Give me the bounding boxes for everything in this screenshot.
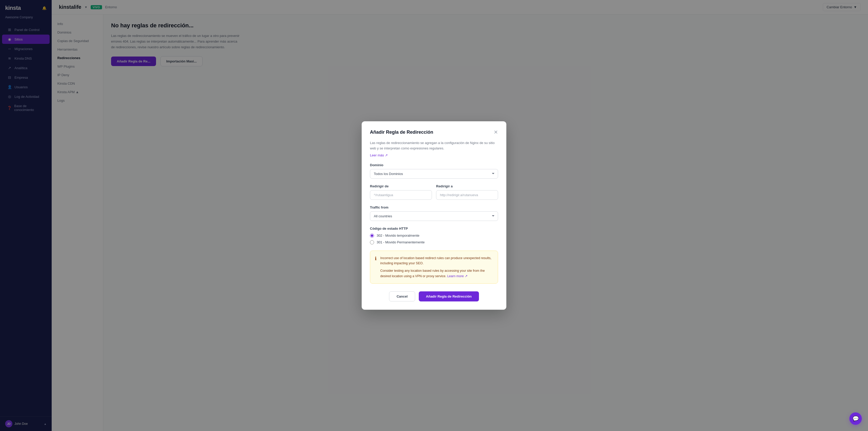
radio-302-input[interactable] bbox=[370, 234, 374, 238]
redirect-from-label: Redirigir de bbox=[370, 184, 432, 188]
modal-footer: Cancel Añadir Regla de Redirección bbox=[370, 291, 498, 301]
http-code-label: Código de estado HTTP bbox=[370, 227, 498, 230]
add-redirect-modal: Añadir Regla de Redirección ✕ Las reglas… bbox=[362, 121, 506, 310]
radio-301-item[interactable]: 301 - Movido Permanentemente bbox=[370, 240, 498, 244]
warning-text-1: Incorrect use of location based redirect… bbox=[380, 256, 493, 266]
http-code-section: Código de estado HTTP 302 - Movido tempo… bbox=[370, 227, 498, 244]
learn-more-link[interactable]: Learn more ↗ bbox=[447, 274, 467, 278]
warning-text-2: Consider testing any location based rule… bbox=[380, 268, 493, 279]
redirect-to-label: Redirigir a bbox=[436, 184, 498, 188]
modal-overlay: Añadir Regla de Redirección ✕ Las reglas… bbox=[0, 0, 868, 431]
modal-header: Añadir Regla de Redirección ✕ bbox=[370, 130, 498, 135]
radio-301-label: 301 - Movido Permanentemente bbox=[377, 240, 425, 244]
domain-section: Dominio Todos los Dominios bbox=[370, 163, 498, 178]
info-icon: ℹ bbox=[375, 256, 377, 279]
modal-description: Las reglas de redireccionamiento se agre… bbox=[370, 140, 498, 151]
modal-close-button[interactable]: ✕ bbox=[494, 130, 498, 135]
traffic-select[interactable]: All countries bbox=[370, 211, 498, 221]
warning-box: ℹ Incorrect use of location based redire… bbox=[370, 251, 498, 284]
redirect-fields-row: Redirigir de Redirigir a bbox=[370, 184, 498, 200]
warning-text: Incorrect use of location based redirect… bbox=[380, 256, 493, 279]
radio-302-item[interactable]: 302 - Movido temporalmente bbox=[370, 234, 498, 238]
radio-302-label: 302 - Movido temporalmente bbox=[377, 234, 419, 237]
redirect-from-col: Redirigir de bbox=[370, 184, 432, 200]
chat-bubble-button[interactable]: 💬 bbox=[849, 412, 862, 425]
radio-301-input[interactable] bbox=[370, 240, 374, 244]
redirect-to-input[interactable] bbox=[436, 190, 498, 200]
traffic-label: Traffic from bbox=[370, 205, 498, 209]
traffic-section: Traffic from All countries bbox=[370, 205, 498, 221]
domain-select[interactable]: Todos los Dominios bbox=[370, 169, 498, 178]
modal-title: Añadir Regla de Redirección bbox=[370, 130, 433, 135]
cancel-button[interactable]: Cancel bbox=[389, 291, 415, 301]
add-redirect-button[interactable]: Añadir Regla de Redirección bbox=[419, 291, 479, 301]
radio-group: 302 - Movido temporalmente 301 - Movido … bbox=[370, 234, 498, 244]
leer-mas-link[interactable]: Leer más ↗ bbox=[370, 153, 388, 157]
external-link-icon: ↗ bbox=[385, 153, 388, 157]
chat-icon: 💬 bbox=[852, 416, 859, 422]
redirect-to-col: Redirigir a bbox=[436, 184, 498, 200]
domain-label: Dominio bbox=[370, 163, 498, 167]
redirect-from-input[interactable] bbox=[370, 190, 432, 200]
learn-more-arrow-icon: ↗ bbox=[465, 274, 468, 278]
